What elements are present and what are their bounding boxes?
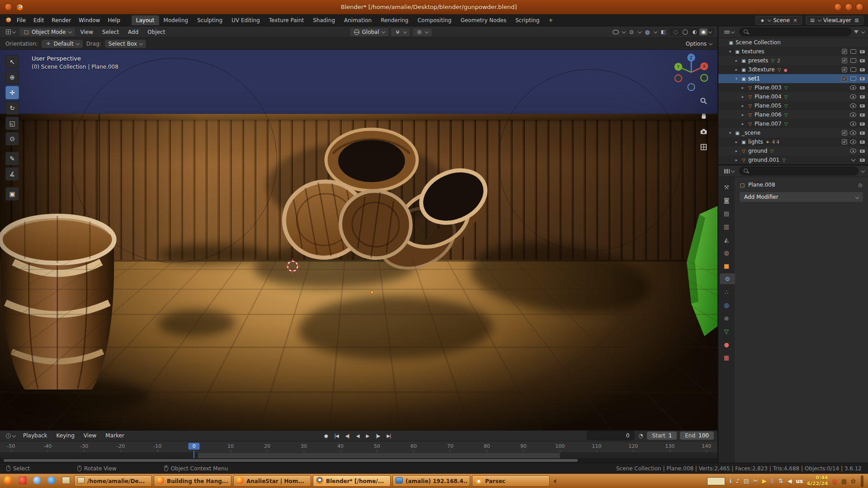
collection-icon[interactable] xyxy=(741,66,747,73)
outliner-row[interactable]: ▸ ground.001 xyxy=(718,155,868,164)
collection-icon[interactable] xyxy=(734,48,741,55)
outliner-row[interactable]: ▾ set1 xyxy=(718,74,868,83)
window-menu-button[interactable] xyxy=(5,3,12,11)
light-icon[interactable] xyxy=(764,139,771,145)
tab-world[interactable]: ◍ xyxy=(720,247,733,258)
preview-range-icon[interactable] xyxy=(637,432,644,439)
visibility-toggle-icon[interactable] xyxy=(613,29,619,35)
recorder-icon[interactable]: ◉ xyxy=(832,478,837,484)
volume-icon[interactable]: ◀ xyxy=(787,478,792,484)
origin-point[interactable] xyxy=(370,291,373,294)
workspace-tab[interactable]: Geometry Nodes xyxy=(456,15,511,25)
taskbar-window-button[interactable]: AnalieStar | Hom... xyxy=(233,475,311,487)
orientation-dropdown[interactable]: Global xyxy=(350,28,388,36)
tab-view-layer[interactable]: ▥ xyxy=(720,221,733,232)
mesh-obj-icon[interactable] xyxy=(741,157,747,163)
current-frame-field[interactable]: 0 xyxy=(587,431,634,440)
axis-neg-y-handle[interactable] xyxy=(701,75,708,81)
screen-icon[interactable] xyxy=(850,48,856,55)
timeline-ruler[interactable]: -50-40-30-20-100102030405060708090100110… xyxy=(0,441,717,453)
view-layer-selector[interactable]: ViewLayer xyxy=(806,16,863,25)
taskbar-window-button[interactable]: Blender* [/home/... xyxy=(313,475,391,487)
playhead[interactable]: 0 xyxy=(189,443,200,450)
workspace-tab[interactable]: Texture Paint xyxy=(264,15,308,25)
mesh-obj-icon[interactable] xyxy=(747,103,753,109)
pan-hand-icon[interactable] xyxy=(698,110,709,122)
eye-icon[interactable] xyxy=(850,121,856,127)
outliner-row[interactable]: ▾ _scene xyxy=(718,128,868,137)
scene-selector[interactable]: Scene xyxy=(755,16,802,25)
unlink-scene-icon[interactable] xyxy=(792,17,798,23)
scale-tool[interactable]: ◱ xyxy=(5,117,19,130)
play-reverse-button[interactable]: ◀ xyxy=(354,433,362,439)
shading-wireframe[interactable]: ◌ xyxy=(672,28,680,35)
check-icon[interactable] xyxy=(842,67,847,72)
tab-tool[interactable]: ⚒ xyxy=(720,182,733,192)
eye-icon[interactable] xyxy=(850,112,856,118)
workspace-tab[interactable]: Scripting xyxy=(511,15,544,25)
timeline-menu[interactable]: Marker xyxy=(102,431,127,440)
mesh-data-icon[interactable] xyxy=(783,112,789,118)
menubar-menu[interactable]: Edit xyxy=(30,16,47,25)
filter-icon[interactable] xyxy=(854,30,859,33)
parsec-icon[interactable] xyxy=(475,477,482,484)
screen-icon[interactable] xyxy=(850,75,856,82)
chevron-icon[interactable] xyxy=(850,157,856,163)
launcher-button[interactable] xyxy=(60,475,72,487)
camera-view-icon[interactable] xyxy=(698,126,709,137)
screen-icon[interactable] xyxy=(850,66,856,73)
collection-icon[interactable] xyxy=(741,57,747,64)
blender-menu-icon[interactable] xyxy=(5,16,13,24)
prev-keyframe-button[interactable]: ◀| xyxy=(343,433,352,439)
clipboard-icon[interactable]: ▤ xyxy=(744,478,749,484)
jump-end-button[interactable]: ▶| xyxy=(384,433,393,439)
drag-setting-dropdown[interactable]: Select Box xyxy=(105,40,146,48)
app-chat-icon[interactable] xyxy=(33,476,41,484)
tab-output[interactable]: ▤ xyxy=(720,208,733,219)
barrel-open-top[interactable] xyxy=(326,129,417,191)
mesh-data-icon[interactable] xyxy=(783,84,789,91)
app-red-icon[interactable] xyxy=(19,476,27,484)
tab-texture[interactable]: ▦ xyxy=(720,352,733,363)
bluetooth-icon[interactable]: ᛒ xyxy=(771,478,774,484)
outliner-row[interactable]: ▾ textures xyxy=(718,47,868,56)
tab-constraints[interactable]: ⊗ xyxy=(720,313,733,324)
timeline-scrollbar[interactable] xyxy=(0,458,717,463)
viewport-menu[interactable]: Select xyxy=(99,28,123,37)
mesh-obj-icon[interactable] xyxy=(747,112,753,118)
launcher-button[interactable] xyxy=(31,475,43,487)
network-icon[interactable]: ⇅ xyxy=(778,478,783,484)
green-object[interactable] xyxy=(687,206,717,336)
show-desktop-button[interactable] xyxy=(861,475,863,487)
collection-icon[interactable] xyxy=(741,139,747,145)
jump-start-button[interactable]: |◀ xyxy=(332,433,341,439)
axis-neg-z-handle[interactable] xyxy=(688,84,694,90)
mesh-data-icon[interactable] xyxy=(769,148,775,154)
outliner-row[interactable]: ▸ ground xyxy=(718,146,868,155)
outliner-row[interactable]: ▸ Plane.005 xyxy=(718,101,868,110)
eye-icon[interactable] xyxy=(850,94,856,100)
outliner-editor-type[interactable] xyxy=(722,29,736,35)
expand-arrow[interactable]: ▸ xyxy=(734,67,739,72)
shading-solid[interactable]: ◯ xyxy=(680,28,689,35)
shading-rendered[interactable]: ◉ xyxy=(699,28,708,35)
timeline-editor-type[interactable] xyxy=(4,432,18,439)
expand-arrow[interactable]: ▸ xyxy=(740,103,745,108)
camera-icon[interactable] xyxy=(859,112,865,118)
timeline-range-area[interactable] xyxy=(0,453,717,458)
media-player-icon[interactable]: ▶ xyxy=(762,478,767,484)
check-icon[interactable] xyxy=(842,139,847,145)
annotate-tool[interactable]: ✎ xyxy=(5,152,19,165)
workspace-pager[interactable] xyxy=(707,477,725,485)
menubar-menu[interactable]: Render xyxy=(48,16,75,25)
expand-arrow[interactable]: ▸ xyxy=(734,58,739,63)
tweak-select-tool[interactable]: ↖ xyxy=(5,55,19,69)
material-icon[interactable] xyxy=(783,67,789,73)
camera-icon[interactable] xyxy=(859,75,865,82)
tab-scene[interactable]: ◭ xyxy=(720,234,733,245)
eye-icon[interactable] xyxy=(850,103,856,109)
scrollbar-thumb[interactable] xyxy=(4,459,578,462)
navigation-gizmo[interactable]: Z X Y xyxy=(670,52,712,93)
launcher-button[interactable] xyxy=(45,475,58,487)
zoom-icon[interactable] xyxy=(698,95,709,107)
